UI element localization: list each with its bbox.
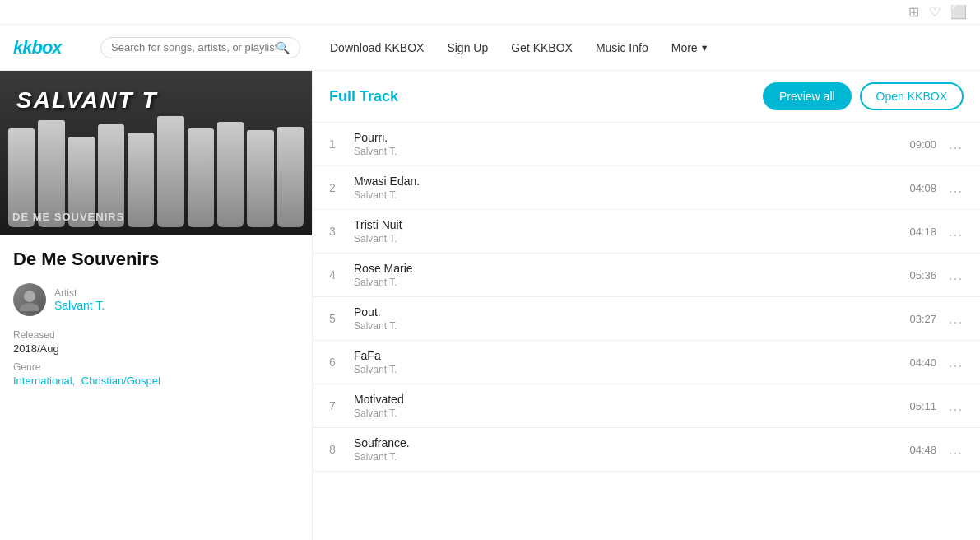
track-row[interactable]: 1 Pourri. Salvant T. 09:00 … bbox=[313, 123, 980, 166]
track-panel: Full Track Preview all Open KKBOX 1 Pour… bbox=[313, 71, 980, 540]
track-title: Pourri. bbox=[354, 131, 909, 144]
track-artist: Salvant T. bbox=[354, 407, 909, 419]
search-icon[interactable]: 🔍 bbox=[276, 41, 290, 54]
search-box: 🔍 bbox=[100, 37, 300, 58]
artist-label: Artist bbox=[54, 287, 105, 299]
track-title: Rose Marie bbox=[354, 262, 909, 275]
album-art-visual: SALVANT T De Me Souvenirs bbox=[0, 71, 312, 235]
track-number: 7 bbox=[329, 399, 354, 412]
album-panel: SALVANT T De Me Souvenirs De Me Souvenir… bbox=[0, 71, 313, 540]
track-info: FaFa Salvant T. bbox=[354, 349, 909, 375]
track-duration: 05:11 bbox=[909, 400, 936, 412]
track-duration: 03:27 bbox=[909, 313, 936, 325]
album-art: SALVANT T De Me Souvenirs bbox=[0, 71, 312, 235]
main-content: SALVANT T De Me Souvenirs De Me Souvenir… bbox=[0, 71, 980, 540]
chevron-down-icon: ▼ bbox=[700, 43, 709, 53]
track-duration: 04:08 bbox=[909, 182, 936, 194]
open-kkbox-button[interactable]: Open KKBOX bbox=[860, 82, 964, 110]
track-row[interactable]: 3 Tristi Nuit Salvant T. 04:18 … bbox=[313, 210, 980, 254]
track-list: 1 Pourri. Salvant T. 09:00 … 2 Mwasi Eda… bbox=[313, 123, 980, 472]
track-more-button[interactable]: … bbox=[948, 136, 964, 153]
released-label: Released bbox=[13, 329, 299, 341]
released-row: Released 2018/Aug bbox=[13, 329, 299, 355]
artist-avatar[interactable] bbox=[13, 283, 46, 316]
album-subtitle-overlay: De Me Souvenirs bbox=[12, 211, 300, 223]
search-input[interactable] bbox=[111, 41, 276, 54]
preview-all-button[interactable]: Preview all bbox=[763, 82, 852, 110]
track-row[interactable]: 8 Soufrance. Salvant T. 04:48 … bbox=[313, 428, 980, 472]
track-info: Motivated Salvant T. bbox=[354, 393, 909, 419]
nav-music-info[interactable]: Music Info bbox=[596, 41, 648, 54]
album-sub-overlay: De Me Souvenirs bbox=[12, 211, 300, 223]
track-title: Pout. bbox=[354, 305, 909, 319]
track-artist: Salvant T. bbox=[354, 451, 909, 463]
genre-value: International Christian/Gospel bbox=[13, 375, 299, 387]
track-artist: Salvant T. bbox=[354, 320, 909, 332]
top-bar: ⊞ ♡ ⬜ bbox=[0, 0, 980, 25]
track-row[interactable]: 6 FaFa Salvant T. 04:40 … bbox=[313, 341, 980, 384]
grid-icon[interactable]: ⊞ bbox=[908, 4, 919, 20]
band-name-overlay: SALVANT T bbox=[16, 87, 295, 114]
artist-info: Artist Salvant T. bbox=[54, 287, 105, 312]
window-icon[interactable]: ⬜ bbox=[950, 4, 967, 20]
header-buttons: Preview all Open KKBOX bbox=[763, 82, 964, 110]
track-number: 4 bbox=[329, 268, 354, 282]
track-info: Soufrance. Salvant T. bbox=[354, 436, 909, 463]
full-track-label: Full Track bbox=[329, 88, 398, 105]
track-number: 3 bbox=[329, 225, 354, 238]
track-more-button[interactable]: … bbox=[948, 398, 964, 415]
svg-point-1 bbox=[20, 303, 39, 311]
track-artist: Salvant T. bbox=[354, 146, 909, 157]
track-more-button[interactable]: … bbox=[948, 223, 964, 240]
track-number: 6 bbox=[329, 356, 354, 369]
album-title-overlay: SALVANT T bbox=[16, 87, 295, 114]
nav-get-kkbox[interactable]: Get KKBOX bbox=[511, 41, 573, 54]
track-duration: 09:00 bbox=[909, 138, 936, 151]
track-more-button[interactable]: … bbox=[948, 179, 964, 197]
track-more-button[interactable]: … bbox=[948, 441, 964, 459]
heart-icon[interactable]: ♡ bbox=[929, 4, 941, 20]
track-row[interactable]: 4 Rose Marie Salvant T. 05:36 … bbox=[313, 254, 980, 297]
navbar: kkbox 🔍 Download KKBOX Sign Up Get KKBOX… bbox=[0, 25, 980, 71]
track-info: Pout. Salvant T. bbox=[354, 305, 909, 332]
genre-international[interactable]: International bbox=[13, 375, 78, 387]
genre-label: Genre bbox=[13, 361, 299, 373]
nav-signup[interactable]: Sign Up bbox=[447, 41, 488, 54]
track-more-button[interactable]: … bbox=[948, 310, 964, 328]
track-number: 1 bbox=[329, 137, 354, 151]
track-artist: Salvant T. bbox=[354, 189, 909, 201]
track-more-button[interactable]: … bbox=[948, 267, 964, 284]
track-row[interactable]: 7 Motivated Salvant T. 05:11 … bbox=[313, 384, 980, 428]
nav-download[interactable]: Download KKBOX bbox=[330, 41, 424, 54]
track-panel-header: Full Track Preview all Open KKBOX bbox=[313, 71, 980, 123]
track-row[interactable]: 5 Pout. Salvant T. 03:27 … bbox=[313, 297, 980, 341]
track-artist: Salvant T. bbox=[354, 233, 909, 244]
album-title: De Me Souvenirs bbox=[13, 249, 299, 270]
artist-name[interactable]: Salvant T. bbox=[54, 299, 105, 312]
track-title: Motivated bbox=[354, 393, 909, 406]
track-number: 5 bbox=[329, 312, 354, 325]
track-artist: Salvant T. bbox=[354, 277, 909, 288]
genre-row: Genre International Christian/Gospel bbox=[13, 361, 299, 387]
track-title: FaFa bbox=[354, 349, 909, 362]
avatar-icon bbox=[18, 288, 41, 311]
track-title: Tristi Nuit bbox=[354, 218, 909, 231]
album-info: De Me Souvenirs Artist Salvant T. Releas… bbox=[0, 235, 312, 407]
track-info: Mwasi Edan. Salvant T. bbox=[354, 175, 909, 201]
track-number: 8 bbox=[329, 443, 354, 456]
track-duration: 04:48 bbox=[909, 444, 936, 456]
nav-more[interactable]: More ▼ bbox=[671, 41, 709, 54]
genre-christian[interactable]: Christian/Gospel bbox=[81, 375, 160, 387]
track-more-button[interactable]: … bbox=[948, 354, 964, 371]
released-value: 2018/Aug bbox=[13, 342, 299, 355]
track-title: Mwasi Edan. bbox=[354, 175, 909, 188]
track-info: Rose Marie Salvant T. bbox=[354, 262, 909, 288]
track-info: Pourri. Salvant T. bbox=[354, 131, 909, 157]
track-number: 2 bbox=[329, 181, 354, 194]
track-title: Soufrance. bbox=[354, 436, 909, 449]
track-row[interactable]: 2 Mwasi Edan. Salvant T. 04:08 … bbox=[313, 166, 980, 210]
logo[interactable]: kkbox bbox=[13, 37, 87, 58]
artist-row: Artist Salvant T. bbox=[13, 283, 299, 316]
track-artist: Salvant T. bbox=[354, 364, 909, 375]
svg-point-0 bbox=[24, 291, 35, 302]
